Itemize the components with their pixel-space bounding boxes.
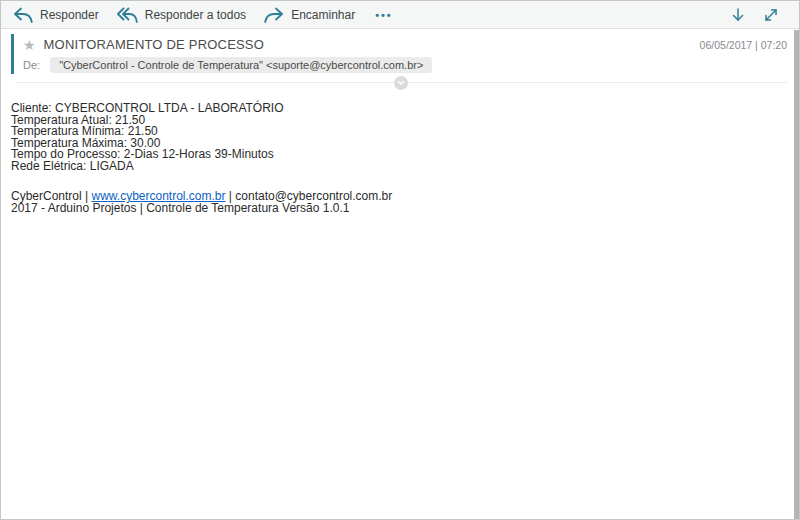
- signature-block: CyberControl | www.cybercontrol.com.br |…: [11, 191, 785, 214]
- forward-label: Encaminhar: [291, 8, 355, 22]
- reply-icon: [13, 7, 33, 23]
- mail-reader-window: Responder Responder a todos Encaminhar: [0, 0, 800, 520]
- chevron-down-icon: [396, 78, 406, 88]
- from-row: De: "CyberControl - Controle de Temperat…: [15, 57, 787, 73]
- star-icon[interactable]: ★: [23, 38, 36, 52]
- message-toolbar: Responder Responder a todos Encaminhar: [1, 1, 799, 29]
- unread-indicator-bar: [11, 34, 14, 74]
- more-actions-button[interactable]: •••: [373, 9, 395, 21]
- message-body: Cliente: CYBERCONTROL LTDA - LABORATÓRIO…: [1, 83, 799, 214]
- reply-label: Responder: [40, 8, 99, 22]
- forward-icon: [264, 7, 284, 23]
- sender-address-chip[interactable]: "CyberControl - Controle de Temperatura"…: [50, 57, 432, 73]
- ellipsis-icon: •••: [375, 9, 393, 21]
- signature-line-2: 2017 - Arduino Projetos | Controle de Te…: [11, 203, 785, 215]
- reply-all-button[interactable]: Responder a todos: [117, 7, 246, 23]
- toolbar-right-group: [731, 7, 787, 23]
- header-divider: [15, 82, 787, 83]
- move-down-icon[interactable]: [731, 7, 745, 23]
- message-subject: MONITORAMENTO DE PROCESSO: [44, 37, 265, 52]
- reply-all-icon: [117, 7, 138, 23]
- reply-button[interactable]: Responder: [13, 7, 99, 23]
- vertical-scrollbar[interactable]: [794, 30, 799, 519]
- reply-all-label: Responder a todos: [145, 8, 246, 22]
- expand-icon[interactable]: [763, 7, 779, 23]
- body-line: Rede Elétrica: LIGADA: [11, 161, 785, 173]
- subject-row: ★ MONITORAMENTO DE PROCESSO 06/05/2017 |…: [15, 37, 787, 52]
- collapse-header-button[interactable]: [394, 76, 408, 90]
- from-label: De:: [23, 59, 40, 71]
- message-header: ★ MONITORAMENTO DE PROCESSO 06/05/2017 |…: [1, 29, 799, 83]
- message-date: 06/05/2017 | 07:20: [700, 39, 787, 51]
- forward-button[interactable]: Encaminhar: [264, 7, 355, 23]
